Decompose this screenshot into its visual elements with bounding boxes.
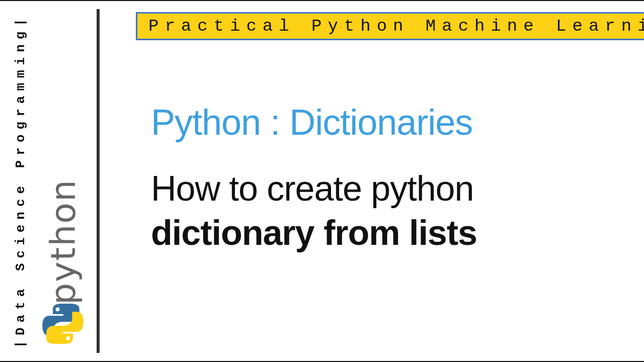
vertical-divider — [97, 9, 100, 353]
subtitle-line1: How to create python — [151, 169, 473, 208]
python-logo-icon — [41, 302, 85, 346]
slide: |Data Science Programming| python Practi… — [0, 0, 644, 362]
sidebar-label-column: |Data Science Programming| — [11, 1, 30, 361]
main-content: Python : Dictionaries How to create pyth… — [151, 102, 624, 255]
banner-title: Practical Python Machine Learning — [136, 12, 644, 40]
subtitle: How to create python dictionary from lis… — [151, 167, 624, 255]
python-word: python — [43, 179, 83, 305]
sidebar-vertical-text: |Data Science Programming| — [13, 14, 28, 348]
topic-title: Python : Dictionaries — [151, 102, 624, 143]
python-brand-column: python — [35, 1, 91, 361]
subtitle-line2: dictionary from lists — [151, 213, 477, 252]
